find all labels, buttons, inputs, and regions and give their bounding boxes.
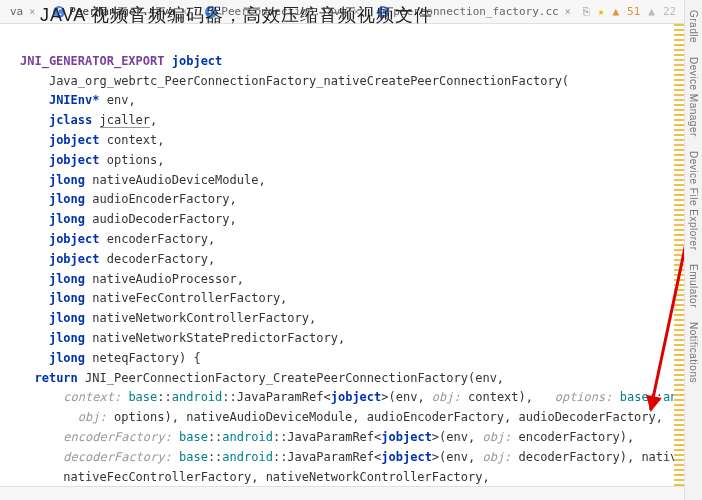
code-token: ) { xyxy=(179,351,201,365)
tab-label: peerconnection_factory.cc xyxy=(393,5,559,18)
code-token: jlong xyxy=(49,272,85,286)
code-token: options xyxy=(107,153,158,167)
code-token: jlong xyxy=(49,192,85,206)
code-token: (env, xyxy=(468,371,504,385)
code-token: encoderFactory: xyxy=(63,430,171,444)
code-token: encoderFactory xyxy=(107,232,208,246)
code-token: Java_org_webrtc_PeerConnectionFactory_na… xyxy=(49,74,562,88)
code-token: jlong xyxy=(49,331,85,345)
code-token: context xyxy=(107,133,158,147)
tab-peermanager[interactable]: CPeerManager.java× xyxy=(47,3,193,20)
code-token: nativeFecControllerFactory xyxy=(92,291,280,305)
code-token: nativeAudioDeviceModule xyxy=(92,173,258,187)
tab-peerconnection[interactable]: CPeerConnection.java× xyxy=(199,3,365,20)
info-count[interactable]: 22 xyxy=(663,5,676,18)
code-token: return xyxy=(34,371,77,385)
code-token: jlong xyxy=(49,173,85,187)
code-token: jobject xyxy=(49,232,100,246)
tab-factory-cc[interactable]: Cpeerconnection_factory.cc× xyxy=(371,3,577,20)
code-token: decoderFactory: xyxy=(63,450,171,464)
code-token: jlong xyxy=(49,351,85,365)
code-token: jclass xyxy=(49,113,92,127)
code-token: jobject xyxy=(381,450,432,464)
status-bar xyxy=(0,486,684,500)
code-token: , xyxy=(237,272,244,286)
code-token: jobject xyxy=(172,54,223,68)
code-token: jobject xyxy=(331,390,382,404)
code-token: , xyxy=(230,192,237,206)
panel-notifications[interactable]: Notifications xyxy=(686,316,701,389)
code-token: options), nativeAudioDeviceModule, audio… xyxy=(107,410,663,424)
code-token: , xyxy=(309,311,316,325)
code-token: obj: xyxy=(482,430,511,444)
info-icon: ▲ xyxy=(648,5,655,18)
code-token: jobject xyxy=(381,430,432,444)
code-token: ::JavaParamRef< xyxy=(273,430,381,444)
code-token: ::JavaParamRef< xyxy=(222,390,330,404)
warn-count[interactable]: 51 xyxy=(627,5,640,18)
code-token: , xyxy=(338,331,345,345)
class-icon: C xyxy=(377,6,389,18)
tab-label: PeerConnection.java xyxy=(221,5,347,18)
code-token: obj: xyxy=(78,410,107,424)
marker-stripe[interactable] xyxy=(674,24,684,500)
code-token: base xyxy=(128,390,157,404)
code-token: jcaller xyxy=(100,113,151,128)
warn-icon: ▲ xyxy=(612,5,619,18)
code-token: , xyxy=(157,133,164,147)
code-token: jlong xyxy=(49,311,85,325)
code-token: , xyxy=(128,93,135,107)
code-token: JNI_GENERATOR_EXPORT xyxy=(20,54,165,68)
code-token: base xyxy=(620,390,649,404)
code-token: decoderFactory xyxy=(107,252,208,266)
class-icon: C xyxy=(205,6,217,18)
code-token: context), xyxy=(461,390,555,404)
code-token: JNIEnv* xyxy=(49,93,100,107)
close-icon[interactable]: × xyxy=(565,6,571,17)
code-token: ::JavaParamRef< xyxy=(273,450,381,464)
code-token: , xyxy=(150,113,157,127)
close-icon[interactable]: × xyxy=(181,6,187,17)
code-token: android xyxy=(172,390,223,404)
right-tool-panel: Gradle Device Manager Device File Explor… xyxy=(684,0,702,500)
code-token: nativeNetworkStatePredictorFactory xyxy=(92,331,338,345)
code-token: obj: xyxy=(482,450,511,464)
code-token: , xyxy=(280,291,287,305)
code-token: nativeAudioProcessor xyxy=(92,272,237,286)
code-token: jobject xyxy=(49,252,100,266)
code-token: nativeFecControllerFactory, nativeNetwor… xyxy=(63,470,489,484)
panel-gradle[interactable]: Gradle xyxy=(686,4,701,49)
class-icon: C xyxy=(53,6,65,18)
code-token: audioEncoderFactory xyxy=(92,192,229,206)
reader-icon[interactable]: ⎘ xyxy=(583,5,590,18)
code-token: jlong xyxy=(49,291,85,305)
code-token: , xyxy=(208,252,215,266)
code-token: jlong xyxy=(49,212,85,226)
code-token: base xyxy=(179,450,208,464)
code-token: audioDecoderFactory xyxy=(92,212,229,226)
code-token: context: xyxy=(63,390,121,404)
code-token: , xyxy=(157,153,164,167)
code-editor[interactable]: JNI_GENERATOR_EXPORT jobject Java_org_we… xyxy=(0,24,702,500)
code-token: , xyxy=(208,232,215,246)
star-icon[interactable]: ★ xyxy=(598,5,605,18)
code-token: options: xyxy=(555,390,613,404)
code-token: >(env, xyxy=(381,390,432,404)
close-icon[interactable]: × xyxy=(29,6,35,17)
code-token: >(env, xyxy=(432,450,483,464)
tab-label: PeerManager.java xyxy=(69,5,175,18)
tab-va[interactable]: va× xyxy=(4,3,41,20)
code-token: jobject xyxy=(49,133,100,147)
code-token: obj: xyxy=(432,390,461,404)
panel-emulator[interactable]: Emulator xyxy=(686,258,701,314)
close-icon[interactable]: × xyxy=(353,6,359,17)
code-token: , xyxy=(258,173,265,187)
code-token: android xyxy=(222,430,273,444)
panel-device-file-explorer[interactable]: Device File Explorer xyxy=(686,145,701,256)
code-token: encoderFactory), xyxy=(511,430,634,444)
tab-label: va xyxy=(10,5,23,18)
code-token: , xyxy=(230,212,237,226)
code-token: base xyxy=(179,430,208,444)
code-token: neteqFactory xyxy=(92,351,179,365)
panel-device-manager[interactable]: Device Manager xyxy=(686,51,701,143)
